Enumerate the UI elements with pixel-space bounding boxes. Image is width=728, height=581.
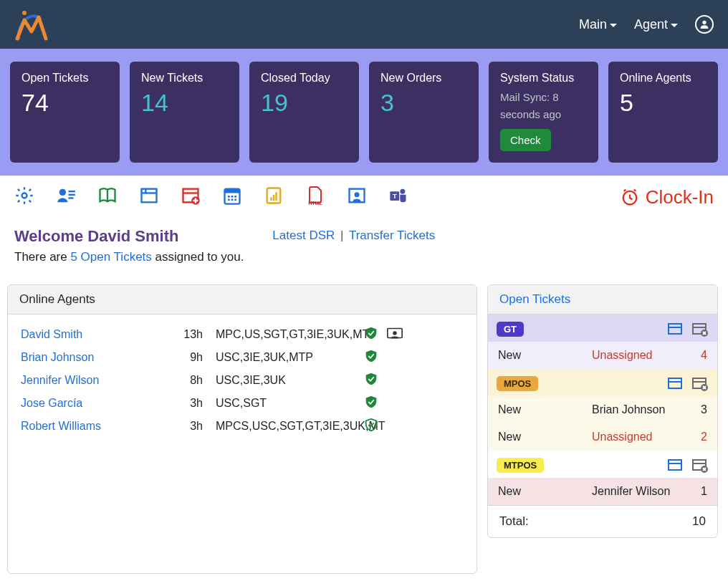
svg-point-18 — [228, 198, 230, 201]
open-tickets-header[interactable]: Open Tickets — [488, 285, 717, 314]
shield-icon — [363, 325, 382, 344]
agent-name[interactable]: David Smith — [21, 328, 164, 341]
chart-file-icon[interactable] — [264, 186, 284, 208]
open-tickets-link[interactable]: 5 Open Tickets — [70, 250, 151, 264]
window-x-icon[interactable] — [690, 456, 709, 474]
nav-main[interactable]: Main — [579, 17, 617, 32]
ticket-row[interactable]: NewBrian Johnson3 — [488, 396, 717, 423]
svg-text:T: T — [393, 193, 397, 200]
html-file-icon[interactable]: HTML — [305, 186, 325, 208]
svg-rect-7 — [142, 189, 157, 203]
agent-name[interactable]: Brian Johnson — [21, 351, 164, 364]
ticket-assignee: Unassigned — [592, 349, 686, 362]
app-logo — [14, 7, 49, 42]
svg-rect-24 — [275, 192, 277, 201]
total-label: Total: — [499, 514, 529, 529]
window-x-icon[interactable] — [690, 320, 709, 337]
brand-badge: MPOS — [497, 376, 538, 391]
window-icon[interactable] — [139, 186, 159, 208]
window-plus-icon[interactable] — [181, 186, 201, 208]
svg-point-17 — [234, 196, 236, 198]
svg-rect-39 — [669, 378, 681, 388]
agent-name[interactable]: Jose García — [21, 397, 164, 410]
stat-system-status: System Status Mail Sync: 8 seconds ago C… — [489, 62, 598, 163]
window-icon[interactable] — [666, 320, 684, 337]
window-icon[interactable] — [666, 456, 684, 474]
shield-icon — [363, 394, 382, 413]
ticket-assignee: Unassigned — [592, 431, 686, 443]
online-agents-panel: Online Agents David Smith13hMPC,US,SGT,G… — [7, 284, 477, 574]
stat-new-orders[interactable]: New Orders 3 — [369, 62, 479, 163]
svg-rect-4 — [69, 191, 75, 192]
ticket-group: MPOSNewBrian Johnson3NewUnassigned2 — [488, 369, 717, 451]
svg-rect-34 — [669, 324, 681, 334]
ticket-row[interactable]: NewJennifer Wilson1 — [488, 478, 717, 505]
ticket-assignee: Jennifer Wilson — [592, 485, 686, 498]
user-list-icon[interactable] — [56, 186, 76, 208]
stat-online-agents[interactable]: Online Agents 5 — [608, 62, 718, 163]
ticket-group: GTNewUnassigned4 — [488, 314, 717, 369]
agent-brands: MPC,US,SGT,GT,3IE,3UK,MT — [216, 328, 359, 341]
agent-row: Robert Williams3hMPCS,USC,SGT,GT,3IE,3UK… — [21, 415, 464, 438]
welcome-title: Welcome David Smith — [14, 227, 244, 246]
window-icon[interactable] — [666, 375, 684, 392]
agent-brands: USC,3IE,3UK,MTP — [216, 351, 359, 364]
calendar-icon[interactable] — [222, 186, 242, 208]
ticket-count: 4 — [686, 349, 707, 362]
window-x-icon[interactable] — [690, 375, 709, 392]
total-value: 10 — [692, 514, 706, 529]
svg-rect-14 — [225, 189, 240, 193]
agent-brands: USC,SGT — [216, 397, 359, 410]
svg-point-27 — [355, 192, 360, 197]
shield-icon — [363, 371, 382, 390]
svg-text:HTML: HTML — [308, 201, 322, 206]
user-photo-icon[interactable] — [347, 186, 367, 208]
nav-agent[interactable]: Agent — [634, 17, 678, 32]
brand-badge: MTPOS — [497, 458, 544, 473]
stat-closed-today[interactable]: Closed Today 19 — [249, 62, 359, 163]
svg-rect-5 — [69, 194, 75, 196]
ticket-group: MTPOSNewJennifer Wilson1 — [488, 451, 717, 505]
welcome-section: Welcome David Smith There are 5 Open Tic… — [0, 214, 728, 272]
camera-icon[interactable] — [386, 330, 403, 342]
svg-point-2 — [22, 193, 27, 198]
agent-duration: 3h — [168, 397, 211, 410]
quick-links: Latest DSR | Transfer Tickets — [272, 229, 435, 243]
stat-new-tickets[interactable]: New Tickets 14 — [130, 62, 239, 163]
welcome-line: There are 5 Open Tickets assigned to you… — [14, 250, 244, 264]
svg-rect-6 — [69, 197, 74, 198]
check-button[interactable]: Check — [500, 129, 551, 151]
stat-strip: Open Tickets 74 New Tickets 14 Closed To… — [0, 49, 728, 176]
shield-icon — [363, 348, 382, 367]
navbar: Main Agent — [0, 0, 728, 49]
agent-name[interactable]: Robert Williams — [21, 420, 164, 433]
svg-point-0 — [22, 11, 27, 15]
ticket-row[interactable]: NewUnassigned2 — [488, 423, 717, 451]
transfer-tickets-link[interactable]: Transfer Tickets — [349, 229, 435, 242]
ticket-assignee: Brian Johnson — [592, 403, 686, 416]
svg-point-19 — [231, 198, 233, 201]
user-avatar[interactable] — [695, 15, 714, 34]
ticket-status: New — [498, 485, 592, 498]
open-tickets-panel: Open Tickets GTNewUnassigned4MPOSNewBria… — [487, 284, 718, 538]
teams-icon[interactable]: T — [388, 186, 408, 208]
book-icon[interactable] — [97, 186, 118, 208]
latest-dsr-link[interactable]: Latest DSR — [272, 229, 335, 242]
ticket-row[interactable]: NewUnassigned4 — [488, 342, 717, 369]
agent-brands: USC,3IE,3UK — [216, 374, 359, 387]
agent-row: Jose García3hUSC,SGT — [21, 392, 464, 415]
ticket-count: 3 — [686, 403, 707, 416]
agent-duration: 3h — [168, 420, 211, 433]
gear-icon[interactable] — [14, 186, 34, 208]
agent-duration: 8h — [168, 374, 211, 387]
agent-name[interactable]: Jennifer Wilson — [21, 374, 164, 387]
svg-point-3 — [59, 189, 66, 196]
ticket-count: 1 — [686, 485, 707, 498]
svg-point-20 — [234, 198, 236, 201]
stat-open-tickets[interactable]: Open Tickets 74 — [10, 62, 120, 163]
brand-badge: GT — [497, 322, 524, 337]
svg-rect-44 — [669, 460, 681, 470]
clock-in-button[interactable]: Clock-In — [620, 186, 714, 208]
online-agents-header: Online Agents — [8, 285, 476, 314]
svg-point-1 — [702, 21, 706, 24]
